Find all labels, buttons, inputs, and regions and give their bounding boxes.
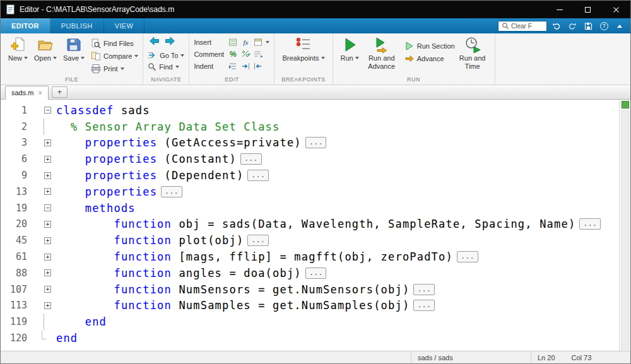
fold-collapse-icon[interactable]: − [44, 107, 51, 114]
insert-cell-button[interactable] [253, 37, 263, 47]
code-text[interactable]: function NumSamples = get.NumSamples(obj… [55, 299, 410, 312]
fold-expand-icon[interactable]: + [44, 254, 51, 261]
tab-publish[interactable]: PUBLISH [50, 18, 104, 33]
indent-right-button[interactable] [240, 61, 251, 71]
collapsed-code-button[interactable]: ... [457, 251, 478, 262]
code-text[interactable]: properties (GetAccess=private) [55, 136, 302, 149]
code-analyzer-indicator-icon[interactable] [622, 101, 629, 109]
scrollbar[interactable] [619, 100, 630, 351]
code-text[interactable]: function obj = sads(Data, Wavelength, Sa… [55, 218, 575, 230]
scrollbar-track[interactable] [622, 110, 629, 349]
line-number[interactable]: 2 [1, 121, 31, 132]
code-text[interactable]: end [55, 332, 78, 344]
print-button[interactable]: Print [91, 64, 138, 74]
code-text[interactable]: function [mags, fflip] = magfft(obj, zer… [55, 250, 453, 263]
search-input[interactable]: Clear F [498, 21, 547, 32]
fold-expand-icon[interactable]: + [44, 269, 51, 276]
collapsed-code-button[interactable]: ... [161, 186, 182, 197]
redo-icon[interactable] [566, 20, 579, 32]
collapsed-code-button[interactable]: ... [579, 218, 601, 230]
maximize-button[interactable] [574, 1, 602, 18]
document-tab-sads[interactable]: sads.m × [5, 86, 49, 100]
fold-expand-icon[interactable]: + [44, 302, 51, 309]
line-number[interactable]: 19 [1, 203, 31, 214]
line-number[interactable]: 1 [1, 105, 31, 116]
fold-expand-icon[interactable]: + [44, 188, 51, 195]
forward-button[interactable] [165, 37, 175, 48]
line-number[interactable]: 3 [1, 137, 31, 148]
help-glyph: ? [600, 22, 608, 30]
run-and-time-button[interactable]: Run and Time [455, 35, 490, 71]
collapsed-code-button[interactable]: ... [305, 267, 327, 279]
advance-button[interactable]: Advance [404, 54, 455, 64]
run-section-button[interactable]: Run Section [404, 41, 455, 51]
fold-expand-icon[interactable]: + [44, 221, 51, 228]
code-text[interactable]: properties (Dependent) [55, 169, 244, 182]
fold-expand-icon[interactable]: + [44, 237, 51, 244]
collapsed-code-button[interactable]: ... [247, 235, 269, 246]
save-button[interactable]: Save [60, 35, 88, 63]
uncomment-button[interactable] [240, 49, 251, 59]
code-text[interactable]: methods [55, 202, 136, 214]
line-number[interactable]: 6 [1, 153, 31, 165]
collapsed-code-button[interactable]: ... [305, 137, 327, 148]
comment-button[interactable]: % [228, 49, 238, 59]
new-tab-button[interactable]: + [52, 86, 68, 98]
fold-collapse-icon[interactable]: − [44, 204, 51, 211]
tab-close-icon[interactable]: × [38, 90, 42, 97]
code-text[interactable]: function angles = doa(obj) [55, 267, 302, 279]
line-number[interactable]: 9 [1, 170, 31, 181]
collapsed-code-button[interactable]: ... [247, 170, 269, 181]
collapsed-code-button[interactable]: ... [413, 284, 435, 295]
line-number[interactable]: 45 [1, 235, 31, 246]
undo-icon[interactable] [550, 20, 563, 32]
insert-function-button[interactable]: fx [240, 37, 251, 47]
goto-button[interactable]: Go To [148, 51, 184, 59]
fold-expand-icon[interactable]: + [44, 156, 51, 163]
line-number[interactable]: 88 [1, 267, 31, 279]
fold-expand-icon[interactable]: + [44, 139, 51, 146]
collapsed-code-button[interactable]: ... [413, 300, 435, 311]
code-text[interactable]: properties (Constant) [55, 153, 237, 165]
toolstrip-collapse-icon[interactable] [613, 20, 626, 32]
line-number[interactable]: 120 [1, 332, 31, 344]
line-number[interactable]: 119 [1, 316, 31, 327]
insert-section-button[interactable] [228, 37, 238, 47]
compare-button[interactable]: Compare [91, 51, 138, 61]
open-button[interactable]: Open [31, 35, 60, 63]
back-button[interactable] [149, 37, 160, 48]
code-text[interactable]: end [55, 315, 107, 328]
code-text[interactable]: function plot(obj) [55, 234, 244, 247]
line-number[interactable]: 20 [1, 218, 31, 230]
line-number[interactable]: 113 [1, 300, 31, 311]
indent-left-button[interactable] [253, 61, 263, 71]
smart-indent-button[interactable] [228, 61, 238, 71]
advance-icon [404, 54, 415, 64]
toolbar-section-file: New Open Save Find Files [1, 33, 143, 85]
close-button[interactable] [602, 1, 630, 18]
breakpoints-button[interactable]: Breakpoints [279, 35, 327, 63]
insert-section-icon [228, 38, 237, 47]
wrap-comments-button[interactable] [253, 49, 263, 59]
run-and-advance-button[interactable]: Run and Advance [362, 35, 401, 71]
minimize-button[interactable] [545, 1, 574, 18]
collapsed-code-button[interactable]: ... [240, 153, 262, 165]
line-number[interactable]: 61 [1, 251, 31, 262]
quick-save-icon[interactable] [582, 20, 594, 32]
code-text[interactable]: function NumSensors = get.NumSensors(obj… [55, 283, 410, 296]
fold-expand-icon[interactable]: + [44, 286, 51, 293]
fold-expand-icon[interactable]: + [44, 172, 51, 179]
find-button[interactable]: Find [148, 62, 184, 71]
code-text[interactable]: % Sensor Array Data Set Class [55, 120, 280, 133]
find-files-button[interactable]: Find Files [91, 38, 138, 49]
code-lines: 1−classdef sads2 % Sensor Array Data Set… [1, 100, 619, 351]
help-icon[interactable]: ? [598, 20, 610, 32]
code-text[interactable]: properties [55, 185, 157, 198]
run-button[interactable]: Run [338, 35, 362, 63]
line-number[interactable]: 13 [1, 186, 31, 197]
tab-editor[interactable]: EDITOR [1, 18, 50, 33]
code-text[interactable]: classdef sads [55, 104, 150, 117]
line-number[interactable]: 107 [1, 284, 31, 295]
new-button[interactable]: New [5, 35, 31, 63]
tab-view[interactable]: VIEW [104, 18, 145, 33]
